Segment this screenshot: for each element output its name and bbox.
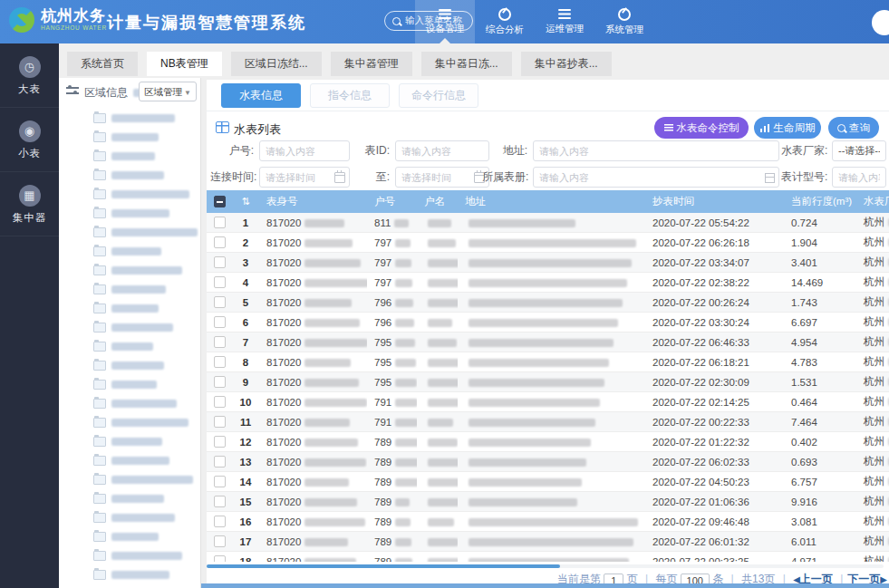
meter-command-button[interactable]: 水表命令控制: [654, 117, 749, 139]
rail-item[interactable]: ◷ 大表: [0, 43, 59, 108]
table-row[interactable]: 4 817020 797 2020-07-22 02:38:22 14.469 …: [207, 273, 889, 293]
calendar-icon[interactable]: [334, 172, 345, 183]
redacted-text: [304, 439, 358, 447]
serial-prefix: 817020: [266, 457, 301, 468]
row-checkbox[interactable]: [214, 236, 226, 248]
filter-input[interactable]: [533, 140, 779, 161]
table-row[interactable]: 6 817020 796 2020-07-22 03:30:24 6.697 杭…: [207, 313, 889, 333]
filter-input[interactable]: [832, 140, 886, 161]
filter-input[interactable]: [832, 167, 886, 188]
filter-icon[interactable]: [66, 86, 79, 95]
table-row[interactable]: 2 817020 797 2020-07-22 06:26:18 1.904 杭…: [207, 233, 889, 253]
table-row[interactable]: 16 817020 789 2020-07-22 09:46:48 3.081 …: [207, 512, 889, 532]
tree-item[interactable]: [59, 299, 200, 318]
sub-tab[interactable]: 水表信息: [221, 83, 301, 108]
row-checkbox[interactable]: [214, 356, 226, 368]
tree-item[interactable]: [59, 432, 200, 451]
table-row[interactable]: 18 817020 789 2020-07-22 00:23:25 4.971 …: [207, 552, 889, 563]
tab[interactable]: 集中器日冻...: [421, 52, 512, 76]
tree-item[interactable]: [59, 280, 200, 299]
table-row[interactable]: 17 817020 789 2020-07-22 06:01:32 6.011 …: [207, 532, 889, 552]
row-checkbox[interactable]: [214, 316, 226, 328]
table-row[interactable]: 3 817020 797 2020-07-22 03:34:07 3.401 杭…: [207, 253, 889, 273]
row-checkbox[interactable]: [214, 296, 226, 308]
sub-tab[interactable]: 命令行信息: [399, 83, 478, 108]
row-checkbox[interactable]: [214, 276, 226, 288]
avatar[interactable]: [872, 10, 889, 35]
page-scrollbar-thumb[interactable]: [201, 583, 889, 588]
table-row[interactable]: 12 817020 789 2020-07-22 01:22:32 0.402 …: [207, 432, 889, 452]
tab-label: 集中器日冻...: [435, 57, 498, 70]
row-checkbox[interactable]: [214, 456, 226, 468]
table-row[interactable]: 9 817020 795 2020-07-22 02:30:09 1.531 杭…: [207, 372, 889, 392]
tree-item[interactable]: [59, 242, 200, 261]
region-mode-dropdown[interactable]: 区域管理▼: [139, 82, 197, 101]
sub-tab[interactable]: 指令信息: [310, 83, 390, 108]
row-checkbox[interactable]: [214, 436, 226, 448]
row-checkbox[interactable]: [214, 376, 226, 388]
rail-item[interactable]: ▦ 集中器: [0, 172, 59, 236]
tree-item[interactable]: [59, 204, 200, 223]
sort-icon[interactable]: ⇅: [241, 196, 249, 207]
table-row[interactable]: 10 817020 791 2020-07-22 02:14:25 0.464 …: [207, 392, 889, 412]
tree-item[interactable]: [59, 489, 200, 508]
filter-input[interactable]: [533, 167, 779, 188]
table-row[interactable]: 1 817020 811 2020-07-22 05:54:22 0.724 杭…: [207, 213, 889, 233]
tree-item[interactable]: [59, 185, 200, 204]
tree-item[interactable]: [59, 261, 200, 280]
horizontal-scrollbar-thumb[interactable]: [207, 564, 560, 568]
table-row[interactable]: 13 817020 789 2020-07-22 06:02:33 0.693 …: [207, 452, 889, 472]
tree-item[interactable]: [59, 546, 200, 565]
table-row[interactable]: 11 817020 791 2020-07-22 00:22:33 7.464 …: [207, 412, 889, 432]
row-checkbox[interactable]: [214, 516, 226, 527]
tree-item[interactable]: [59, 356, 200, 375]
tree-item[interactable]: [59, 223, 200, 242]
tab[interactable]: NB表管理: [147, 52, 222, 76]
table-row[interactable]: 5 817020 796 2020-07-22 00:26:24 1.743 杭…: [207, 293, 889, 313]
row-checkbox[interactable]: [214, 416, 226, 428]
row-checkbox[interactable]: [214, 396, 226, 408]
row-checkbox[interactable]: [214, 535, 226, 547]
tree-item[interactable]: [59, 508, 200, 527]
nav-item[interactable]: 设备管理: [415, 0, 475, 43]
tab[interactable]: 集中器抄表...: [521, 52, 612, 76]
row-checkbox[interactable]: [214, 496, 226, 507]
tree-item[interactable]: [59, 565, 200, 584]
query-button[interactable]: 查询: [828, 117, 879, 139]
filter-input[interactable]: [259, 140, 350, 161]
select-all-checkbox[interactable]: [214, 196, 226, 207]
picker-icon[interactable]: [765, 173, 775, 183]
tree-item[interactable]: [59, 394, 200, 413]
rail-item[interactable]: ◉ 小表: [0, 108, 59, 172]
nav-item[interactable]: 运维管理: [535, 0, 594, 43]
filter-input[interactable]: [395, 140, 489, 161]
table-row[interactable]: 8 817020 795 2020-07-22 06:18:21 4.783 杭…: [207, 352, 889, 372]
tree-item[interactable]: [59, 166, 200, 185]
row-index: 1: [243, 217, 248, 228]
nav-item[interactable]: 系统管理: [594, 0, 654, 43]
tree-item[interactable]: [59, 109, 200, 128]
tree-item[interactable]: [59, 527, 200, 546]
row-checkbox[interactable]: [214, 555, 226, 562]
tree-item[interactable]: [59, 413, 200, 432]
tab[interactable]: 区域日冻结...: [231, 52, 322, 76]
tree-item[interactable]: [59, 451, 200, 470]
row-checkbox[interactable]: [214, 476, 226, 487]
table-row[interactable]: 15 817020 789 2020-07-22 01:06:36 9.916 …: [207, 492, 889, 512]
nav-item[interactable]: 综合分析: [475, 0, 535, 43]
tree-item[interactable]: [59, 318, 200, 337]
table-row[interactable]: 14 817020 789 2020-07-22 04:50:23 6.757 …: [207, 472, 889, 492]
tree-item[interactable]: [59, 337, 200, 356]
lifecycle-button[interactable]: 生命周期: [754, 117, 821, 139]
row-checkbox[interactable]: [214, 256, 226, 268]
tab[interactable]: 集中器管理: [331, 52, 412, 76]
tree-item[interactable]: [59, 470, 200, 489]
tab[interactable]: 系统首页: [67, 52, 138, 76]
table-row[interactable]: 7 817020 795 2020-07-22 06:46:33 4.954 杭…: [207, 333, 889, 352]
row-checkbox[interactable]: [214, 336, 226, 348]
tree-item[interactable]: [59, 147, 200, 166]
tree-item[interactable]: [59, 375, 200, 394]
tree-item[interactable]: [59, 128, 200, 147]
account-prefix: 791: [374, 397, 391, 408]
row-checkbox[interactable]: [214, 217, 226, 228]
